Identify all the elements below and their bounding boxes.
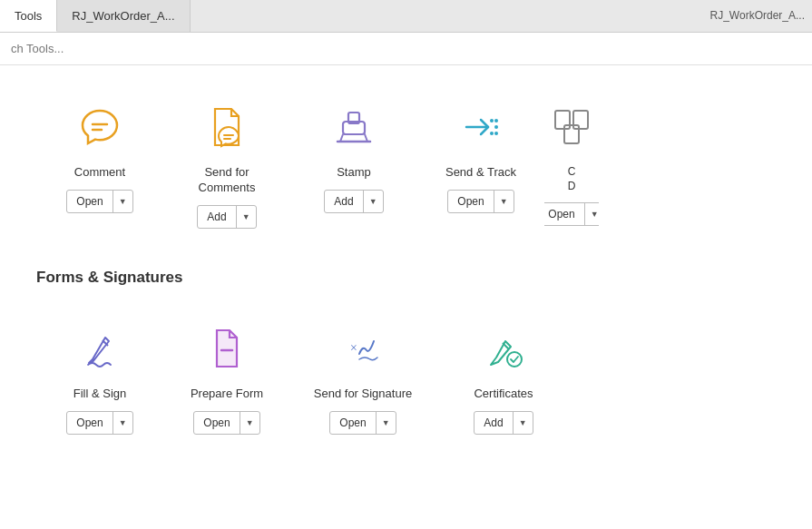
tools-section: Comment Open ▼ Send forComments [36,87,776,240]
prepare-form-label: Prepare Form [191,387,263,402]
fill-sign-label: Fill & Sign [73,387,127,402]
send-for-comments-icon [198,98,256,156]
comment-icon [71,98,129,156]
prepare-form-btn[interactable]: Open ▼ [193,411,259,435]
tool-item-certificates: Certificates Add ▼ [435,309,572,446]
send-for-comments-btn[interactable]: Add ▼ [197,205,256,229]
tool-item-comment: Comment Open ▼ [36,87,163,240]
send-for-signature-btn[interactable]: Open ▼ [329,411,396,435]
tab-workorder[interactable]: RJ_WorkOrder_A... [57,0,190,32]
prepare-form-icon [198,319,256,377]
combine-btn[interactable]: Open ▼ [544,202,599,226]
send-track-label: Send & Track [445,165,516,181]
tool-item-send-for-signature: × Send for Signature Open ▼ [290,309,435,446]
search-input[interactable] [11,42,192,55]
top-right-label: RJ_WorkOrder_A... [703,0,812,31]
combine-label: CD [568,165,576,193]
search-bar [0,33,812,65]
fill-sign-icon [71,319,129,377]
tool-item-prepare-form: Prepare Form Open ▼ [163,309,290,446]
tool-item-stamp: Stamp Add ▼ [290,87,417,240]
svg-point-10 [490,119,494,122]
tool-item-send-for-comments: Send forComments Add ▼ [163,87,290,240]
top-bar: Tools RJ_WorkOrder_A... [0,0,812,33]
certificates-btn[interactable]: Add ▼ [474,411,533,435]
stamp-btn[interactable]: Add ▼ [324,190,383,213]
stamp-label: Stamp [337,165,371,181]
send-track-btn[interactable]: Open ▼ [447,190,514,213]
send-for-signature-label: Send for Signature [314,387,412,402]
stamp-icon [325,98,383,156]
forms-section-heading: Forms & Signatures [36,269,776,287]
forms-grid: Fill & Sign Open ▼ Prepare Form [36,309,776,446]
svg-point-13 [494,132,498,135]
forms-section: Forms & Signatures Fill & Sign Open ▼ [36,269,776,446]
send-for-signature-icon: × [334,319,392,377]
main-content: Comment Open ▼ Send forComments [0,65,812,529]
combine-icon [544,98,599,156]
fill-sign-btn[interactable]: Open ▼ [66,411,132,435]
tool-item-combine: CD Open ▼ [544,87,599,240]
tab-tools[interactable]: Tools [0,0,57,32]
svg-text:×: × [349,341,357,355]
tool-item-fill-sign: Fill & Sign Open ▼ [36,309,163,446]
svg-point-14 [490,132,494,135]
svg-point-22 [507,352,522,367]
comment-btn[interactable]: Open ▼ [66,190,132,213]
comment-label: Comment [74,165,125,181]
send-for-comments-label: Send forComments [199,165,256,196]
svg-point-12 [494,125,498,129]
send-track-icon [452,98,510,156]
svg-point-11 [494,119,498,122]
certificates-label: Certificates [474,387,533,402]
tool-item-send-track: Send & Track Open ▼ [417,87,544,240]
certificates-icon [474,319,533,377]
